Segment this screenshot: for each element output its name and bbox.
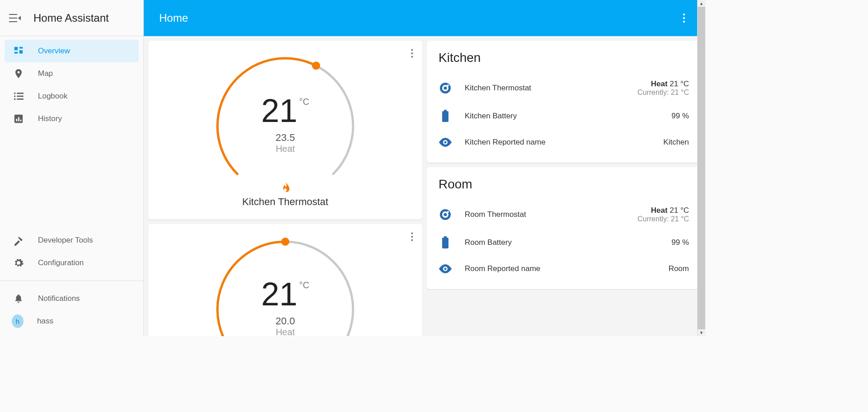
card-more-button[interactable] (408, 46, 416, 61)
svg-rect-14 (20, 120, 22, 122)
sidebar-item-developer-tools[interactable]: Developer Tools (5, 229, 139, 252)
thermostat-card: 21°C 23.5 Heat Kitchen Thermostat (148, 41, 422, 220)
avatar-icon: h (12, 314, 24, 328)
svg-rect-0 (14, 47, 18, 50)
user-initial: h (16, 318, 19, 325)
svg-rect-8 (17, 96, 24, 97)
sidebar-item-label: History (38, 114, 62, 123)
entity-row[interactable]: Kitchen Thermostat Heat 21 °C Currently:… (439, 73, 689, 103)
bell-icon (13, 293, 24, 304)
topbar-more-button[interactable] (678, 9, 690, 28)
sidebar-nav-bottom: Notifications h hass (0, 284, 143, 336)
menu-collapse-icon[interactable] (9, 14, 21, 23)
thermostat-name: Kitchen Thermostat (242, 196, 328, 208)
sidebar-item-label: Configuration (38, 258, 84, 267)
svg-rect-30 (444, 110, 447, 111)
column-right: Kitchen Kitchen Thermostat Heat 21 °C Cu… (427, 41, 701, 332)
entity-name: Kitchen Battery (465, 112, 671, 121)
svg-point-18 (411, 49, 413, 51)
svg-point-4 (18, 71, 20, 74)
map-icon (13, 68, 24, 80)
entity-name: Kitchen Thermostat (465, 84, 637, 93)
hvac-mode: Heat (206, 144, 364, 154)
card-more-button[interactable] (408, 229, 416, 244)
entity-row[interactable]: Room Battery 99 % (439, 229, 689, 256)
entity-name: Kitchen Reported name (465, 138, 663, 147)
sidebar-item-notifications[interactable]: Notifications (5, 287, 139, 310)
svg-point-20 (411, 56, 413, 58)
thermostat-icon (439, 208, 452, 221)
svg-point-16 (683, 17, 685, 19)
thermostat-gauge[interactable]: 21°C 23.5 Heat (206, 52, 364, 178)
sidebar-nav-top: Overview Map Logbook History (0, 36, 143, 134)
svg-point-15 (683, 14, 685, 15)
entities-card: Kitchen Kitchen Thermostat Heat 21 °C Cu… (427, 41, 701, 163)
fire-icon (280, 182, 290, 193)
svg-point-29 (447, 84, 449, 86)
sidebar-header: Home Assistant (0, 0, 143, 36)
dashboard-content: 21°C 23.5 Heat Kitchen Thermostat 21°C 2… (144, 36, 705, 336)
entities-card-title: Kitchen (439, 51, 689, 65)
svg-point-33 (444, 141, 447, 144)
current-temperature: 20.0 (206, 315, 364, 327)
scroll-down-arrow[interactable]: ▼ (699, 329, 704, 336)
svg-rect-31 (442, 111, 448, 122)
window-scrollbar[interactable]: ▲ ▼ (697, 0, 705, 336)
sidebar-nav-tools: Developer Tools Configuration (0, 225, 143, 278)
svg-rect-12 (16, 119, 18, 122)
logbook-icon (13, 90, 24, 102)
thermostat-card: 21°C 20.0 Heat Room Thermostat (148, 224, 422, 336)
svg-rect-13 (18, 117, 19, 121)
entity-row[interactable]: Room Thermostat Heat 21 °C Currently: 21… (439, 200, 689, 229)
svg-point-5 (14, 93, 16, 94)
sidebar-item-label: Notifications (38, 294, 80, 303)
page-title: Home (159, 12, 188, 24)
sidebar-item-history[interactable]: History (5, 108, 139, 130)
entities-card-title: Room (439, 177, 689, 192)
entity-row[interactable]: Room Reported name Room (439, 256, 689, 282)
svg-point-28 (444, 87, 447, 90)
sidebar-item-map[interactable]: Map (5, 62, 139, 85)
entity-value: Room (669, 264, 689, 273)
eye-icon (439, 136, 452, 149)
svg-rect-2 (19, 50, 23, 53)
scroll-up-arrow[interactable]: ▲ (699, 0, 704, 7)
scroll-thumb[interactable] (698, 7, 705, 329)
svg-rect-6 (17, 93, 24, 94)
thermostat-gauge[interactable]: 21°C 20.0 Heat (206, 235, 364, 336)
sidebar: Home Assistant Overview Map Logbook (0, 0, 144, 336)
svg-point-41 (444, 268, 447, 270)
svg-point-24 (411, 239, 413, 241)
entity-value: Heat 21 °C Currently: 21 °C (637, 206, 689, 223)
sidebar-item-label: Overview (38, 47, 70, 56)
gear-icon (13, 257, 24, 269)
svg-point-22 (411, 233, 413, 234)
eye-icon (439, 262, 452, 276)
sidebar-item-label: Developer Tools (38, 236, 93, 245)
sidebar-item-logbook[interactable]: Logbook (5, 85, 139, 108)
sidebar-item-configuration[interactable]: Configuration (5, 252, 139, 274)
battery-icon (439, 236, 452, 249)
divider (0, 281, 143, 281)
entity-row[interactable]: Kitchen Battery 99 % (439, 103, 689, 129)
svg-point-36 (444, 213, 447, 216)
gauge-center: 21°C 23.5 Heat (206, 92, 364, 154)
app-title: Home Assistant (33, 12, 109, 24)
battery-icon (439, 109, 452, 123)
sidebar-item-overview[interactable]: Overview (5, 40, 139, 62)
svg-point-7 (14, 95, 16, 97)
dashboard-icon (13, 45, 24, 57)
sidebar-item-label: Logbook (38, 92, 67, 101)
thermostat-icon (439, 81, 452, 95)
topbar: Home (144, 0, 705, 36)
entities-card: Room Room Thermostat Heat 21 °C Currentl… (427, 167, 701, 289)
svg-point-9 (14, 98, 16, 100)
sidebar-spacer (0, 134, 143, 225)
svg-rect-38 (444, 236, 447, 238)
svg-rect-1 (19, 47, 23, 49)
target-temperature: 21°C (261, 276, 310, 313)
entity-value: Heat 21 °C Currently: 21 °C (637, 80, 689, 97)
sidebar-item-user[interactable]: h hass (5, 310, 139, 332)
entity-row[interactable]: Kitchen Reported name Kitchen (439, 129, 689, 155)
target-temperature: 21°C (261, 92, 310, 129)
